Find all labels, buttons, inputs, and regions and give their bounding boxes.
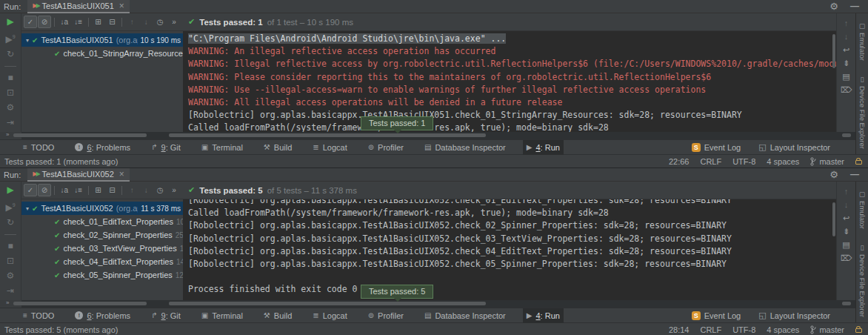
previous-failed-test-icon[interactable]: ↑ (125, 184, 138, 196)
rerun-circle-icon[interactable]: ↻ (0, 218, 21, 228)
console-output[interactable]: [Robolectric] org.aplas.basicappx.TestA1… (183, 199, 836, 300)
test-history-icon[interactable]: ◷ (153, 184, 167, 196)
indent-style[interactable]: 4 spaces (767, 157, 799, 166)
stripe-overflow-icon[interactable]: » (6, 299, 9, 306)
tree-hscroll-thumb[interactable] (13, 302, 147, 305)
screenshot-icon[interactable]: ⊡ (0, 256, 21, 266)
file-encoding[interactable]: UTF-8 (732, 157, 755, 166)
tool-tab-todo[interactable]: ≡TODO (19, 308, 58, 323)
show-ignored-icon[interactable]: ⊘ (38, 184, 51, 196)
scroll-to-end-icon[interactable]: ⇟ (843, 227, 849, 236)
tool-stripe-device-file-explorer[interactable]: ▯ Device File Explorer (858, 76, 867, 149)
show-passed-icon[interactable]: ✓ (24, 184, 37, 196)
test-tree-node[interactable]: ✔check_01_StringArray_Resources10 s 190 … (21, 47, 183, 60)
play-badge-icon[interactable]: ▶9 (0, 32, 21, 44)
rerun-tests-icon[interactable]: ▶ (0, 17, 21, 27)
tool-tab-terminal[interactable]: ▣Terminal (198, 308, 247, 323)
expand-all-icon[interactable]: ⊞ (92, 16, 105, 28)
console-hscroll-thumb[interactable] (169, 133, 486, 137)
git-branch-widget[interactable]: master (810, 325, 844, 334)
event-log-button[interactable]: S Event Log (692, 143, 741, 152)
event-log-button[interactable]: S Event Log (692, 311, 741, 320)
collapse-all-icon[interactable]: ⊟ (106, 184, 119, 196)
next-failed-test-icon[interactable]: ↓ (139, 16, 153, 28)
rerun-tests-icon[interactable]: ▶ (0, 185, 21, 195)
layout-inspector-button[interactable]: ◱ Layout Inspector (758, 142, 830, 152)
lock-icon[interactable] (855, 160, 862, 165)
test-tree-node[interactable]: ✔check_02_Spinner_Properties250 ms (21, 228, 183, 242)
stop-icon[interactable]: ■ (0, 73, 21, 83)
collapse-node-icon[interactable]: ▾ (26, 205, 29, 212)
up-arrow-icon[interactable]: ↑ (844, 187, 849, 196)
tool-tab-logcat[interactable]: ≣Logcat (309, 140, 350, 155)
clear-console-icon[interactable]: ⌦ (841, 253, 852, 263)
tool-tab-todo[interactable]: ≡TODO (19, 140, 58, 155)
test-tree-root[interactable]: ▾✔TestA1BasicUIX051(org.aplas.basica10 s… (21, 33, 183, 47)
up-arrow-icon[interactable]: ↑ (844, 19, 849, 28)
tool-stripe-device-file-explorer[interactable]: ▯ Device File Explorer (858, 244, 867, 317)
run-config-tab[interactable]: ▶▶ TestA1BasicUIX052 × (27, 168, 130, 182)
tool-tab-database-inspector[interactable]: ▤Database Inspector (421, 140, 510, 155)
more-icon[interactable]: » (167, 16, 181, 28)
rerun-circle-icon[interactable]: ↻ (0, 50, 21, 59)
test-tree-root[interactable]: ▾✔TestA1BasicUIX052(org.aplas.basica11 s… (21, 202, 183, 215)
tool-tab-problems[interactable]: !6: Problems (71, 140, 134, 155)
soft-wrap-icon[interactable]: ↩ (843, 45, 849, 55)
test-history-icon[interactable]: ◷ (153, 16, 167, 28)
tool-tab-build[interactable]: ⚒Build (260, 140, 296, 155)
test-tree-node[interactable]: ✔check_01_EditText_Properties10 s 711 ms (21, 215, 183, 228)
tool-tab-run[interactable]: ▶4: Run (523, 140, 564, 155)
down-arrow-icon[interactable]: ↓ (844, 32, 849, 42)
show-ignored-icon[interactable]: ⊘ (38, 16, 51, 28)
tool-tab-profiler[interactable]: ⊚Profiler (364, 308, 407, 323)
play-badge-icon[interactable]: ▶9 (0, 200, 21, 213)
test-settings-icon[interactable]: ⚙ (0, 271, 21, 281)
tool-tab-git[interactable]: ↱9: Git (147, 308, 184, 323)
next-failed-test-icon[interactable]: ↓ (139, 184, 153, 196)
more-icon[interactable]: » (167, 184, 181, 196)
print-icon[interactable]: ▤ (842, 240, 849, 250)
console-vertical-scrollbar[interactable] (832, 34, 835, 68)
tool-tab-build[interactable]: ⚒Build (260, 308, 296, 323)
lock-icon[interactable] (855, 328, 862, 333)
tool-stripe-emulator[interactable]: ▢ Emulator (858, 22, 867, 61)
stripe-overflow-icon[interactable]: » (6, 131, 9, 138)
indent-style[interactable]: 4 spaces (767, 325, 799, 334)
line-separator[interactable]: CRLF (700, 157, 721, 166)
collapse-node-icon[interactable]: ▾ (26, 37, 29, 44)
console-vertical-scrollbar[interactable] (832, 202, 835, 236)
sort-by-duration-icon[interactable]: ↓≡ (72, 16, 85, 28)
run-config-tab[interactable]: ▶▶ TestA1BasicUIX051 × (27, 0, 130, 13)
soft-wrap-icon[interactable]: ↩ (843, 213, 849, 223)
scroll-to-end-icon[interactable]: ⇟ (843, 59, 849, 68)
tool-tab-logcat[interactable]: ≣Logcat (309, 308, 350, 323)
line-separator[interactable]: CRLF (700, 325, 721, 334)
tool-tab-run[interactable]: ▶4: Run (523, 308, 564, 323)
tool-tab-git[interactable]: ↱9: Git (147, 140, 184, 155)
test-tree-node[interactable]: ✔check_04_EditText_Properties144 ms (21, 255, 183, 268)
close-icon[interactable]: × (119, 170, 124, 178)
test-tree-node[interactable]: ✔check_03_TextView_Properties150 ms (21, 242, 183, 255)
caret-position[interactable]: 22:66 (669, 157, 690, 166)
tool-tab-terminal[interactable]: ▣Terminal (198, 140, 247, 155)
tool-stripe-emulator[interactable]: ▢ Emulator (858, 190, 867, 229)
clear-console-icon[interactable]: ⌦ (841, 85, 852, 95)
tool-tab-problems[interactable]: !6: Problems (71, 308, 134, 323)
import-test-results-icon[interactable]: ⇥ (0, 286, 21, 296)
gear-icon[interactable]: ⚙ (829, 169, 838, 180)
import-test-results-icon[interactable]: ⇥ (0, 118, 21, 127)
tree-hscroll-thumb[interactable] (13, 133, 147, 137)
test-settings-icon[interactable]: ⚙ (0, 103, 21, 113)
previous-failed-test-icon[interactable]: ↑ (125, 16, 138, 28)
screenshot-icon[interactable]: ⊡ (0, 88, 21, 98)
gear-icon[interactable]: ⚙ (829, 1, 838, 12)
stop-icon[interactable]: ■ (0, 242, 21, 251)
git-branch-widget[interactable]: master (810, 157, 844, 166)
console-hscroll-thumb[interactable] (169, 302, 486, 305)
test-tree-node[interactable]: ✔check_05_Spinner_Properties123 ms (21, 268, 183, 282)
file-encoding[interactable]: UTF-8 (732, 325, 755, 334)
tool-tab-database-inspector[interactable]: ▤Database Inspector (421, 308, 510, 323)
minimize-icon[interactable]: — (850, 169, 859, 180)
console-output[interactable]: "C:\Program Files\Android\Android Studio… (183, 31, 836, 132)
print-icon[interactable]: ▤ (842, 72, 849, 82)
